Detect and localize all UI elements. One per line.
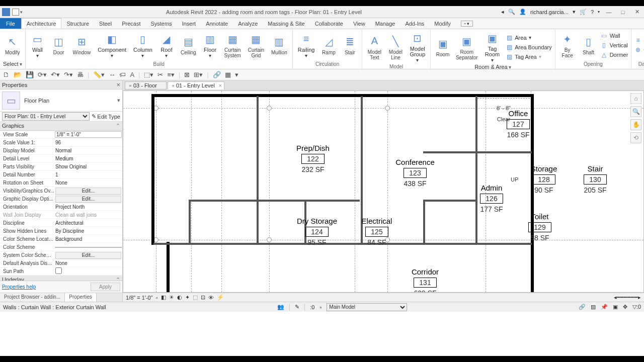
design-options-icon[interactable]: ▫ — [319, 304, 321, 310]
new-icon[interactable]: 🗋 — [3, 71, 10, 78]
floor-button[interactable]: ▥Floor▾ — [201, 31, 219, 59]
tab-modify[interactable]: Modify — [429, 18, 455, 29]
sync-icon[interactable]: ⟳▾ — [38, 71, 47, 78]
stair-button[interactable]: ≣Stair — [341, 34, 359, 56]
property-row[interactable]: View Scale1/8" = 1'-0" — [0, 131, 122, 139]
tab-precast[interactable]: Precast — [117, 18, 145, 29]
sun-icon[interactable]: ☀ — [169, 294, 174, 301]
section-icon[interactable]: ✂ — [157, 71, 163, 78]
qat-chevron-icon[interactable]: ▾ — [20, 10, 23, 15]
tab-architecture[interactable]: Architecture — [21, 18, 62, 29]
mullion-button[interactable]: ▥Mullion — [269, 34, 289, 56]
undo-icon[interactable]: ↶▾ — [51, 71, 60, 78]
project-browser-tab[interactable]: Project Browser - addin... — [0, 293, 65, 302]
orbit-icon[interactable]: ⟲ — [630, 132, 641, 143]
type-selector[interactable]: ▭ Floor Plan ▾ — [0, 89, 122, 112]
tab-collaborate[interactable]: Collaborate — [310, 18, 348, 29]
model-text-button[interactable]: AModel Text — [365, 33, 383, 61]
instance-selector[interactable]: Floor Plan: 01 - Entry Level — [2, 112, 90, 121]
drag-icon[interactable]: ✥ — [623, 304, 627, 310]
room-separator-button[interactable]: ▣Room Separator — [455, 33, 479, 61]
model-line-button[interactable]: ╲Model Line — [386, 33, 405, 61]
zoom-icon[interactable]: 🔍 — [630, 106, 641, 117]
ceiling-button[interactable]: ▤Ceiling — [179, 34, 198, 56]
tab-addins[interactable]: Add-Ins — [400, 18, 429, 29]
group-graphics[interactable]: Graphics — [2, 123, 24, 129]
doctab-03-floor[interactable]: ▫03 - Floor — [125, 81, 167, 89]
editable-icon[interactable]: ✎ — [295, 304, 299, 310]
signin-icon[interactable]: 👤 — [519, 9, 526, 15]
property-row[interactable]: Visibility/Graphics Ov...Edit... — [0, 187, 122, 195]
property-row[interactable]: System Color SchemesEdit... — [0, 251, 122, 259]
redo-icon[interactable]: ↷▾ — [64, 71, 73, 78]
search-icon[interactable]: 🔍 — [508, 9, 515, 15]
crop-region-icon[interactable]: ⊡ — [201, 294, 205, 301]
property-row[interactable]: Graphic Display Opti...Edit... — [0, 195, 122, 203]
tab-manage[interactable]: Manage — [370, 18, 400, 29]
property-row[interactable]: Default Analysis Displ...None — [0, 259, 122, 267]
select-underlay-icon[interactable]: ▨ — [591, 304, 596, 310]
customize-icon[interactable]: ▾ — [235, 71, 238, 78]
user-name[interactable]: richard.garcia... — [530, 9, 569, 15]
tab-analyze[interactable]: Analyze — [233, 18, 263, 29]
home-icon[interactable]: ⌂ — [630, 93, 641, 104]
property-row[interactable]: Color Scheme — [0, 243, 122, 251]
help-icon[interactable]: ? — [591, 9, 594, 15]
dim-icon[interactable]: ↔ — [109, 71, 115, 78]
property-row[interactable]: OrientationProject North — [0, 203, 122, 211]
tab-view[interactable]: View — [348, 18, 370, 29]
railing-button[interactable]: ≡Railing▾ — [296, 31, 317, 59]
tag-icon[interactable]: 🏷 — [119, 71, 126, 78]
properties-close-icon[interactable]: × — [116, 81, 120, 88]
scrollbar[interactable]: ◂━━━━━━▸ — [614, 294, 641, 301]
close-hidden-icon[interactable]: ⊠ — [184, 71, 190, 78]
edit-type-button[interactable]: ✎Edit Type — [92, 113, 120, 120]
tag-room-button[interactable]: ▣Tag Room ▾ — [482, 30, 503, 64]
property-grid[interactable]: Graphics⌃ View Scale1/8" = 1'-0"Scale Va… — [0, 122, 122, 281]
measure-icon[interactable]: 📏▾ — [93, 71, 105, 78]
keyin-arrow-icon[interactable]: ◂ — [501, 9, 504, 15]
property-row[interactable]: Rotation on SheetNone — [0, 179, 122, 187]
column-button[interactable]: ▯Column▾ — [131, 31, 154, 59]
select-face-icon[interactable]: ▣ — [613, 304, 618, 310]
curtain-system-button[interactable]: ▦Curtain System — [222, 31, 243, 59]
tab-insert[interactable]: Insert — [177, 18, 201, 29]
doctab-close-icon[interactable]: × — [219, 82, 222, 88]
area-button[interactable]: ▨Area ▾ — [506, 33, 551, 42]
dormer-button[interactable]: △Dormer — [601, 50, 628, 59]
crop-icon[interactable]: ⬚ — [193, 294, 198, 301]
wall-button[interactable]: ▭Wall▾ — [29, 31, 47, 59]
property-row[interactable]: Parts VisibilityShow Original — [0, 163, 122, 171]
group-underlay[interactable]: Underlay — [2, 277, 24, 281]
property-row[interactable]: Wall Join DisplayClean all wall joins — [0, 211, 122, 219]
properties-tab[interactable]: Properties — [65, 293, 97, 302]
shaft-button[interactable]: ▯Shaft — [580, 34, 598, 56]
property-row[interactable]: Scale Value 1:96 — [0, 139, 122, 147]
apply-button[interactable]: Apply — [91, 283, 120, 291]
doctab-01-entry[interactable]: ▫01 - Entry Level× — [168, 81, 224, 89]
vertical-button[interactable]: ▯Vertical — [601, 41, 628, 50]
scale-display[interactable]: 1/8" = 1'-0" — [126, 295, 153, 301]
property-row[interactable]: Show Hidden LinesBy Discipline — [0, 227, 122, 235]
property-row[interactable]: Color Scheme LocationBackground — [0, 235, 122, 243]
render-icon[interactable]: ✦ — [185, 294, 190, 301]
by-face-button[interactable]: ✦By Face — [558, 31, 577, 59]
visual-style-icon[interactable]: ◧ — [161, 294, 166, 301]
door-button[interactable]: ◫Door — [50, 34, 68, 56]
tag-area-button[interactable]: ▨Tag Area ▾ — [506, 52, 551, 61]
property-row[interactable]: Detail Number1 — [0, 171, 122, 179]
cart-icon[interactable]: 🛒 — [580, 9, 587, 15]
grid-button[interactable]: ⊕Grid — [634, 45, 644, 54]
tab-massing[interactable]: Massing & Site — [263, 18, 309, 29]
property-row[interactable]: DisciplineArchitectural — [0, 219, 122, 227]
shadow-icon[interactable]: ◐ — [177, 294, 182, 301]
level-button[interactable]: ≡Level — [634, 36, 644, 45]
open-icon[interactable]: 📂 — [14, 71, 22, 78]
thin-lines-icon[interactable]: ≡▾ — [167, 71, 175, 78]
type-dropdown-icon[interactable]: ▾ — [117, 97, 120, 104]
wall-opening-button[interactable]: ▭Wall — [601, 31, 628, 40]
pan-icon[interactable]: ✋ — [630, 119, 641, 130]
maximize-button[interactable]: □ — [618, 9, 628, 15]
3d-icon[interactable]: ⬚▾ — [144, 71, 153, 78]
ramp-button[interactable]: ◿Ramp — [319, 34, 338, 56]
